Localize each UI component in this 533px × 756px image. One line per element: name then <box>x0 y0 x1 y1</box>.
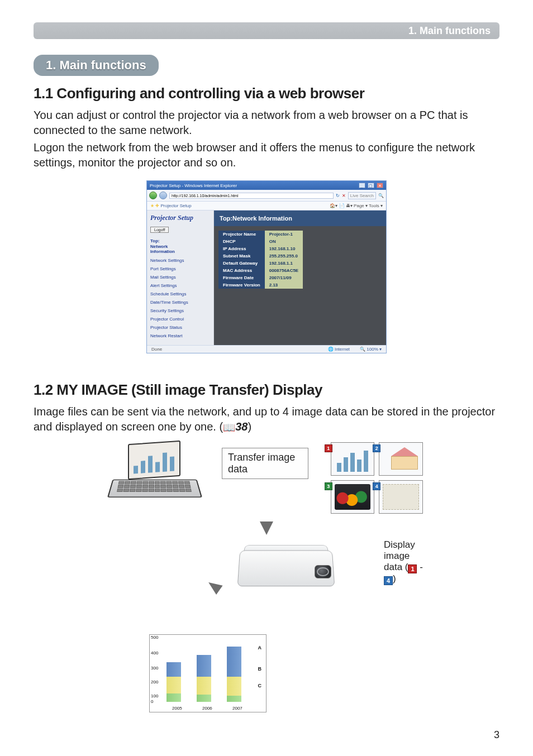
tab-projector-setup[interactable]: Projector Setup <box>160 203 191 208</box>
sidebar-item-datetime-settings[interactable]: Date/Time Settings <box>150 300 210 305</box>
network-info-table: Projector NameProjector-1 DHCPON IP Addr… <box>218 231 303 289</box>
transfer-caption: Transfer image data <box>222 448 308 479</box>
thumbnail-badge-2: 2 <box>373 444 380 452</box>
table-row: Default Gateway192.168.1.1 <box>218 260 303 267</box>
thumbnail-badge-3: 3 <box>325 482 332 490</box>
section-pill: 1. Main functions <box>34 55 159 76</box>
sidebar-top-group: Top: Network Information <box>150 238 210 255</box>
feeds-icon[interactable]: 📄 <box>339 203 345 208</box>
maximize-icon[interactable]: ▢ <box>368 183 374 188</box>
sidebar-item-schedule-settings[interactable]: Schedule Settings <box>150 291 210 296</box>
sidebar-item-network-settings[interactable]: Network Settings <box>150 258 210 263</box>
browser-screenshot: Projector Setup - Windows Internet Explo… <box>146 180 387 353</box>
status-done: Done <box>151 347 162 352</box>
header-bar: 1. Main functions <box>34 22 499 39</box>
sidebar: Projector Setup Logoff Top: Network Info… <box>147 210 214 345</box>
table-row: MAC Address0008756AC5E <box>218 267 303 274</box>
heading-1-1: 1.1 Configuring and controlling via a we… <box>34 85 499 102</box>
para-1-1b: Logon the network from the web browser a… <box>34 140 499 170</box>
thumbnail-3: 3 <box>331 480 375 514</box>
print-icon[interactable]: 🖶▾ <box>346 203 353 208</box>
refresh-icon[interactable]: ↻ <box>336 193 340 198</box>
window-titlebar: Projector Setup - Windows Internet Explo… <box>147 181 386 190</box>
projector-icon <box>233 539 345 595</box>
manual-ref-number: 38 <box>235 420 248 433</box>
heading-1-2: 1.2 MY IMAGE (Still image Transfer) Disp… <box>34 381 499 399</box>
arrow-project-icon <box>205 578 222 595</box>
thumbnail-4: 4 <box>379 480 423 514</box>
status-bar: Done 🌐 Internet 🔍 100% ▾ <box>147 345 386 353</box>
table-row: Firmware Date2007/11/09 <box>218 274 303 281</box>
window-buttons: _ ▢ ✕ <box>358 183 383 188</box>
manual-ref-icon: 📖 <box>223 422 235 433</box>
table-row: IP Address192.168.1.10 <box>218 245 303 252</box>
sidebar-item-security-settings[interactable]: Security Settings <box>150 308 210 313</box>
address-bar: ↻ ✕ Live Search 🔍 <box>147 190 386 202</box>
table-row: Projector NameProjector-1 <box>218 231 303 238</box>
laptop-icon <box>110 442 199 509</box>
home-icon[interactable]: 🏠▾ <box>330 203 337 208</box>
table-row: Subnet Mask255.255.255.0 <box>218 252 303 260</box>
arrow-down-icon <box>260 521 273 535</box>
display-caption: Display image data (1 - 4) <box>384 539 423 585</box>
sidebar-item-alert-settings[interactable]: Alert Settings <box>150 283 210 288</box>
para-1-2: Image files can be sent via the network,… <box>34 404 499 434</box>
sidebar-item-port-settings[interactable]: Port Settings <box>150 266 210 271</box>
projected-chart: 500 400 300 200 100 0 2005 2006 2007 A B… <box>149 634 266 712</box>
minimize-icon[interactable]: _ <box>359 183 365 188</box>
favorites-icon[interactable]: ★ <box>150 203 154 208</box>
stop-icon[interactable]: ✕ <box>342 193 346 198</box>
sidebar-item-projector-status[interactable]: Projector Status <box>150 325 210 330</box>
add-favorite-icon[interactable]: ✚ <box>155 203 159 208</box>
sidebar-item-network-restart[interactable]: Network Restart <box>150 333 210 338</box>
main-panel: Top:Network Information Projector NamePr… <box>214 210 386 345</box>
sidebar-item-mail-settings[interactable]: Mail Settings <box>150 275 210 280</box>
close-icon[interactable]: ✕ <box>377 183 383 188</box>
url-input[interactable] <box>169 193 334 199</box>
tab-strip: ★ ✚ Projector Setup 🏠▾ 📄 🖶▾ Page ▾ Tools… <box>147 202 386 210</box>
thumbnail-badge-1: 1 <box>325 444 332 452</box>
toolbar-menus[interactable]: Page ▾ Tools ▾ <box>354 203 383 208</box>
status-zone: 🌐 Internet <box>328 347 350 352</box>
search-input[interactable]: Live Search <box>348 192 376 199</box>
para-1-1a: You can adjust or control the projector … <box>34 108 499 138</box>
header-section-label: 1. Main functions <box>408 25 491 37</box>
window-title: Projector Setup - Windows Internet Explo… <box>150 183 237 188</box>
main-panel-title: Top:Network Information <box>214 210 386 226</box>
diagram-1-2: Transfer image data 1 2 3 4 <box>110 442 423 712</box>
back-icon[interactable] <box>149 192 157 199</box>
table-row: DHCPON <box>218 238 303 245</box>
thumbnail-badge-4: 4 <box>373 482 380 490</box>
sidebar-title: Projector Setup <box>150 214 210 222</box>
thumbnail-1: 1 <box>331 442 375 476</box>
logoff-button[interactable]: Logoff <box>150 227 169 233</box>
thumbnail-2: 2 <box>379 442 423 476</box>
page-number: 3 <box>34 729 499 741</box>
forward-icon[interactable] <box>159 192 167 199</box>
sidebar-item-projector-control[interactable]: Projector Control <box>150 317 210 322</box>
search-go-icon[interactable]: 🔍 <box>378 193 384 198</box>
status-zoom: 🔍 100% ▾ <box>360 347 382 352</box>
table-row: Firmware Version2.13 <box>218 281 303 289</box>
